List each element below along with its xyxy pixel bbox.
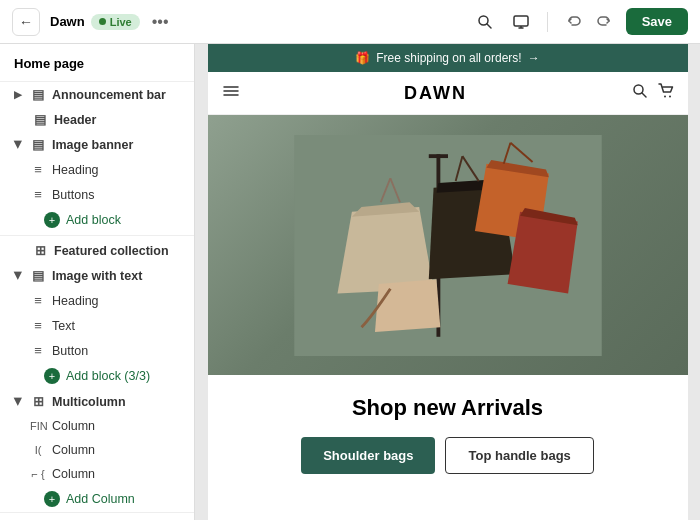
add-block-button-iwt[interactable]: + Add block (3/3) <box>0 363 194 389</box>
back-icon: ← <box>19 14 33 30</box>
hero-title: Shop new Arrivals <box>224 395 672 421</box>
hero-background <box>208 115 688 375</box>
top-handle-bags-button[interactable]: Top handle bags <box>445 437 593 474</box>
nav-cart-icon[interactable] <box>658 83 674 103</box>
device-toggle-button[interactable] <box>507 8 535 36</box>
redo-icon <box>596 14 612 30</box>
sidebar-item-banner-buttons[interactable]: ≡ Buttons <box>0 182 194 207</box>
svg-rect-14 <box>428 154 447 158</box>
search-button[interactable] <box>471 8 499 36</box>
plus-circle-icon: + <box>44 491 60 507</box>
topbar: ← Dawn Live ••• <box>0 0 700 44</box>
sidebar-title: Home page <box>0 44 194 82</box>
store-info: Dawn Live <box>50 14 140 30</box>
svg-point-11 <box>669 96 671 98</box>
column-icon: FIN <box>30 420 46 432</box>
svg-rect-2 <box>514 16 528 26</box>
promo-arrow: → <box>528 51 540 65</box>
hero-buttons: Shoulder bags Top handle bags <box>224 437 672 474</box>
preview-pane: 🎁 Free shipping on all orders! → DAWN <box>195 44 700 520</box>
topbar-divider <box>547 12 548 32</box>
sidebar-item-iwt-text[interactable]: ≡ Text <box>0 313 194 338</box>
chevron-down-icon: ▶ <box>13 272 24 280</box>
section-icon: ⊞ <box>30 394 46 409</box>
promo-bar: 🎁 Free shipping on all orders! → <box>208 44 688 72</box>
section-icon: ⊞ <box>32 243 48 258</box>
section-icon: ▤ <box>30 137 46 152</box>
column-icon: I( <box>30 444 46 456</box>
store-logo: DAWN <box>240 83 632 104</box>
chevron-down-icon: ▶ <box>13 141 24 149</box>
nav-search-icon[interactable] <box>632 83 648 103</box>
live-label: Live <box>110 16 132 28</box>
sidebar-item-announcement-bar[interactable]: ▶ ▤ Announcement bar <box>0 82 194 107</box>
svg-point-10 <box>664 96 666 98</box>
hero-image <box>208 115 688 375</box>
sidebar-item-featured-collection[interactable]: ⊞ Featured collection <box>0 238 194 263</box>
sidebar-item-iwt-button[interactable]: ≡ Button <box>0 338 194 363</box>
undo-redo-group <box>560 8 618 36</box>
more-options-button[interactable]: ••• <box>152 13 169 31</box>
menu-icon[interactable] <box>222 82 240 104</box>
topbar-actions: Save <box>471 8 688 36</box>
redo-button[interactable] <box>590 8 618 36</box>
bags-illustration <box>244 135 652 356</box>
monitor-icon <box>513 14 529 30</box>
save-button[interactable]: Save <box>626 8 688 35</box>
live-dot-icon <box>99 18 106 25</box>
section-icon: ▤ <box>30 87 46 102</box>
svg-marker-15 <box>337 207 433 293</box>
sidebar-item-iwt-heading[interactable]: ≡ Heading <box>0 288 194 313</box>
nav-icons <box>632 83 674 103</box>
svg-marker-27 <box>507 211 577 293</box>
theme-settings-button[interactable]: Theme settings <box>0 512 194 520</box>
sidebar-item-image-banner[interactable]: ▶ ▤ Image banner <box>0 132 194 157</box>
main-layout: Home page ▶ ▤ Announcement bar ▤ Header … <box>0 44 700 520</box>
sidebar: Home page ▶ ▤ Announcement bar ▤ Header … <box>0 44 195 520</box>
undo-icon <box>566 14 582 30</box>
search-icon <box>477 14 493 30</box>
preview-content: 🎁 Free shipping on all orders! → DAWN <box>208 44 688 520</box>
sidebar-item-column-3[interactable]: ⌐ { Column <box>0 462 194 486</box>
svg-marker-29 <box>374 279 439 332</box>
sidebar-item-multicolumn[interactable]: ▶ ⊞ Multicolumn <box>0 389 194 414</box>
plus-circle-icon: + <box>44 368 60 384</box>
store-name: Dawn <box>50 14 85 29</box>
plus-circle-icon: + <box>44 212 60 228</box>
sidebar-item-image-with-text[interactable]: ▶ ▤ Image with text <box>0 263 194 288</box>
drag-handle-icon: ≡ <box>30 343 46 358</box>
sidebar-item-banner-heading[interactable]: ≡ Heading <box>0 157 194 182</box>
drag-handle-icon: ≡ <box>30 162 46 177</box>
drag-handle-icon: ≡ <box>30 293 46 308</box>
sidebar-item-column-2[interactable]: I( Column <box>0 438 194 462</box>
drag-handle-icon: ≡ <box>30 187 46 202</box>
promo-emoji: 🎁 <box>355 51 370 65</box>
hamburger-icon <box>222 82 240 100</box>
promo-text: Free shipping on all orders! <box>376 51 521 65</box>
svg-line-9 <box>642 93 646 97</box>
shoulder-bags-button[interactable]: Shoulder bags <box>301 437 435 474</box>
back-button[interactable]: ← <box>12 8 40 36</box>
section-icon: ▤ <box>32 112 48 127</box>
store-nav: DAWN <box>208 72 688 115</box>
live-badge: Live <box>91 14 140 30</box>
undo-button[interactable] <box>560 8 588 36</box>
divider <box>0 235 194 236</box>
column-icon: ⌐ { <box>30 468 46 480</box>
sidebar-item-column-1[interactable]: FIN Column <box>0 414 194 438</box>
hero-content: Shop new Arrivals Shoulder bags Top hand… <box>208 375 688 494</box>
sidebar-item-header[interactable]: ▤ Header <box>0 107 194 132</box>
section-icon: ▤ <box>30 268 46 283</box>
svg-line-1 <box>487 24 491 28</box>
add-block-button-banner[interactable]: + Add block <box>0 207 194 233</box>
add-column-button[interactable]: + Add Column <box>0 486 194 512</box>
drag-handle-icon: ≡ <box>30 318 46 333</box>
chevron-right-icon: ▶ <box>14 89 22 100</box>
chevron-down-icon: ▶ <box>13 398 24 406</box>
